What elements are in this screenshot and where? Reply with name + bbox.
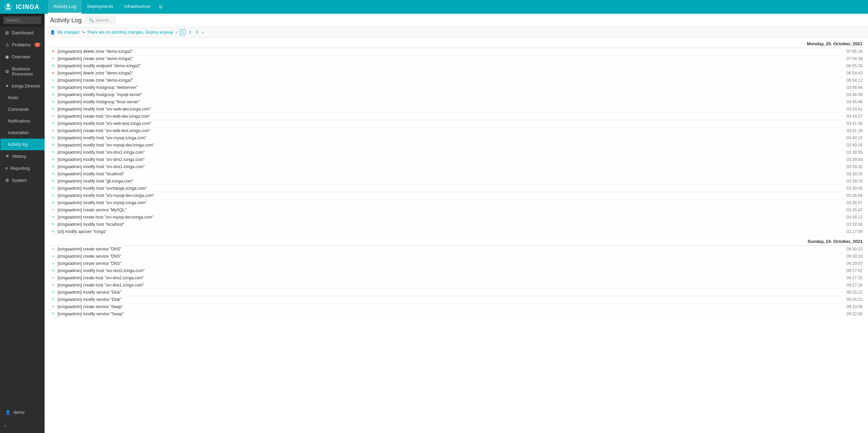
page-3-link[interactable]: 3 [194,30,200,35]
log-row[interactable]: +[icingaadmin] create host "srv-web-dev.… [50,113,863,120]
log-row[interactable]: ✎[icingaadmin] modify host "srv-dns1.ici… [50,149,863,156]
sidebar-item-commands[interactable]: Commands [0,104,45,115]
tab-infrastructure[interactable]: Infrastructure [119,0,156,14]
log-row[interactable]: ✎[icingaadmin] modify host "srv-web-test… [50,120,863,127]
logo-text: ICINGA [16,3,39,11]
log-entry-text: [icingaadmin] create zone "demo-icinga2" [56,56,843,61]
tab-deployments[interactable]: Deployments [82,0,119,14]
sidebar-search-input[interactable] [3,16,41,24]
sidebar-item-business-processes[interactable]: ⚙ Business Processes [0,63,45,80]
log-row[interactable]: ✎[icingaadmin] modify service "Swap"09:2… [50,311,863,318]
log-row[interactable]: +[icingaadmin] create service "MySQL"03:… [50,207,863,214]
sidebar-item-label: History [12,154,26,159]
log-row[interactable]: +[icingaadmin] create service "Swap"09:2… [50,303,863,311]
log-entry-time: 03:40:15 [843,136,863,140]
log-row[interactable]: +[icingaadmin] create zone "demo-icinga2… [50,77,863,84]
modify-icon: ✎ [50,157,56,162]
log-row[interactable]: ✎[icingaadmin] modify host "srv-mysql.ic… [50,199,863,207]
content-header: Activity Log 🔍 Search... [45,14,868,27]
log-row[interactable]: ✎[cli] modify apiuser "icinga"02:17:09 [50,228,863,235]
log-entry-text: [icingaadmin] modify host "exchange.icin… [56,186,843,191]
modify-icon: ✎ [50,164,56,169]
tab-activity-log[interactable]: Activity Log [48,0,82,14]
sidebar-item-user[interactable]: 👤 demo [0,406,45,418]
director-icon: ✦ [5,83,9,89]
log-row[interactable]: ✕[icingaadmin] delete zone "demo-icinga2… [50,48,863,55]
page-1-link[interactable]: 1 [180,29,186,35]
log-entry-text: [icingaadmin] modify host "srv-web-test.… [56,121,843,126]
svg-point-1 [7,4,10,7]
log-entry-text: [icingaadmin] modify hostgroup "linux-se… [56,100,843,104]
log-row[interactable]: ✎[icingaadmin] modify host "exchange.ici… [50,185,863,192]
sidebar-item-hosts[interactable]: Hosts [0,92,45,104]
problems-badge: 8 [34,43,40,47]
log-row[interactable]: ✎[icingaadmin] modify host "srv-dns1.ici… [50,163,863,171]
log-entry-time: 06:55:25 [843,63,863,68]
log-row[interactable]: ✎[icingaadmin] modify host "srv-web-dev.… [50,106,863,113]
deploy-anyway-link[interactable]: There are no pending changes. Deploy any… [87,30,174,35]
log-entry-text: [icingaadmin] delete zone "demo-icinga2" [56,71,843,75]
log-row[interactable]: ✎[icingaadmin] modify host "srv-mysql.ic… [50,134,863,142]
content-area: Activity Log 🔍 Search... 👤 My changes ↪ … [45,14,868,433]
log-row[interactable]: ✎[icingaadmin] modify host "localhost"03… [50,171,863,178]
log-row[interactable]: ✎[icingaadmin] modify host "localhost"02… [50,221,863,228]
log-row[interactable]: +[icingaadmin] create host "srv-mysql-de… [50,214,863,221]
sidebar-item-overview[interactable]: ◉ Overview [0,51,45,63]
create-icon: + [50,254,56,259]
sidebar-item-notifications[interactable]: Notifications [0,115,45,127]
log-row[interactable]: +[icingaadmin] create host "srv-dns2.ici… [50,274,863,282]
log-row[interactable]: ✎[icingaadmin] modify host "srv-dns2.ici… [50,267,863,274]
pagination-sep-right: » [202,30,204,35]
log-row[interactable]: +[icingaadmin] create zone "demo-icinga2… [50,55,863,62]
create-icon: + [50,283,56,288]
sidebar-collapse-button[interactable]: « [0,421,45,431]
sidebar-item-activity-log[interactable]: Activity log [0,139,45,150]
sidebar-item-system[interactable]: ⚙ System [0,174,45,186]
log-row[interactable]: +[icingaadmin] create host "srv-dns1.ici… [50,282,863,289]
log-row[interactable]: ✕[icingaadmin] delete zone "demo-icinga2… [50,70,863,77]
create-icon: + [50,56,56,61]
log-row[interactable]: ✎[icingaadmin] modify host "srv-mysql-de… [50,192,863,199]
overview-icon: ◉ [5,54,9,59]
log-entry-text: [icingaadmin] modify host "srv-mysql-dev… [56,143,843,148]
my-changes-link[interactable]: My changes [57,30,80,35]
log-row[interactable]: ✎[icingaadmin] modify host "srv-dns2.ici… [50,156,863,163]
log-entry-time: 03:40:05 [843,143,863,148]
sidebar-item-label: demo [13,410,25,415]
log-entry-time: 02:17:09 [843,229,863,234]
top-tabs: Activity Log Deployments Infrastructure … [48,0,166,14]
sidebar-item-history[interactable]: ⏷ History [0,150,45,162]
log-entry-time: 03:39:32 [843,164,863,169]
content-search[interactable]: 🔍 Search... [85,16,116,24]
log-row[interactable]: ✎[icingaadmin] modify hostgroup "mysql-s… [50,91,863,98]
log-entry-text: [icingaadmin] modify hostgroup "webserve… [56,85,843,90]
sidebar-item-label: Commands [8,107,29,112]
sidebar-item-automation[interactable]: Automation [0,127,45,139]
log-entry-time: 09:27:33 [843,276,863,280]
sidebar-item-label: Hosts [8,95,19,100]
log-entry-text: [icingaadmin] create host "srv-mysql-dev… [56,215,843,220]
sidebar-item-reporting[interactable]: ≡ Reporting [0,162,45,174]
log-row[interactable]: ✎[icingaadmin] modify service "Disk"09:2… [50,296,863,303]
log-entry-time: 03:39:25 [843,172,863,176]
modify-icon: ✎ [50,179,56,184]
log-entry-text: [icingaadmin] create host "srv-dns1.icin… [56,283,843,288]
log-row[interactable]: ✎[icingaadmin] modify host "srv-mysql-de… [50,142,863,149]
log-entry-text: [icingaadmin] modify endpoint "demo-icin… [56,63,843,68]
sidebar-item-dashboard[interactable]: ⊞ Dashboard [0,27,45,39]
log-row[interactable]: ✎[icingaadmin] modify hostgroup "webserv… [50,84,863,91]
log-row[interactable]: +[icingaadmin] create service "DNS"09:30… [50,246,863,253]
page-2-link[interactable]: 2 [188,30,193,35]
log-row[interactable]: ✎[icingaadmin] modify endpoint "demo-ici… [50,62,863,70]
log-container: Monday, 25. October, 2021✕[icingaadmin] … [45,38,868,433]
log-row[interactable]: ✎[icingaadmin] modify hostgroup "linux-s… [50,98,863,106]
log-row[interactable]: +[icingaadmin] create host "srv-web-test… [50,127,863,134]
refresh-icon[interactable]: ↻ [156,4,166,10]
pagination-sep-left: « [175,30,178,35]
log-row[interactable]: +[icingaadmin] create service "DNS"09:29… [50,260,863,267]
log-row[interactable]: +[icingaadmin] create service "DNS"09:30… [50,253,863,260]
log-row[interactable]: ✎[icingaadmin] modify host "git.icinga.c… [50,178,863,185]
sidebar-item-icinga-director[interactable]: ✦ Icinga Director [0,80,45,92]
sidebar-item-problems[interactable]: ⚠ Problems 8 [0,39,45,51]
log-row[interactable]: ✎[icingaadmin] modify service "Disk"09:2… [50,289,863,296]
